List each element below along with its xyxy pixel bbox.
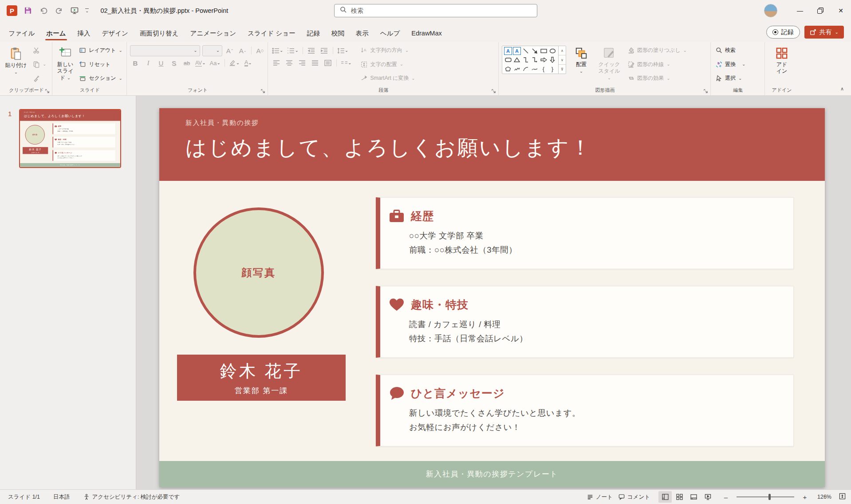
bold-button[interactable]: B <box>130 58 141 69</box>
tab-insert[interactable]: 挿入 <box>72 24 96 42</box>
comments-button[interactable]: コメント <box>619 493 650 501</box>
font-color-button[interactable]: A⌄ <box>243 58 253 69</box>
replace-button[interactable]: bc置換⌄ <box>714 59 747 70</box>
columns-button[interactable]: ⌄ <box>340 58 352 69</box>
language-indicator[interactable]: 日本語 <box>53 493 70 501</box>
shapes-scroll-up[interactable]: ∧ <box>559 46 566 55</box>
cut-button[interactable] <box>31 45 48 56</box>
tab-slideshow[interactable]: スライド ショー <box>242 24 301 42</box>
copy-button[interactable]: ⌄ <box>31 59 48 70</box>
shape-fill-button[interactable]: 図形の塗りつぶし⌄ <box>626 45 689 56</box>
user-avatar[interactable] <box>764 4 777 17</box>
slide-footer[interactable]: 新入社員・異動の挨拶テンプレート <box>159 461 825 487</box>
slideshow-view-button[interactable] <box>701 491 714 503</box>
clipboard-dialog-launcher[interactable] <box>45 87 50 93</box>
clear-formatting-button[interactable]: A◇ <box>255 45 265 56</box>
line-spacing-button[interactable]: ⌄ <box>336 45 349 56</box>
shape-right-brace[interactable]: } <box>548 65 556 73</box>
decrease-font-size-button[interactable]: A⌄ <box>237 45 248 56</box>
new-slide-button[interactable]: 新しいスライド ⌄ <box>55 44 75 85</box>
slide-eyebrow[interactable]: 新入社員・異動の挨拶 <box>185 119 825 127</box>
align-left-button[interactable] <box>271 58 282 69</box>
shape-left-brace[interactable]: { <box>540 65 548 73</box>
close-button[interactable]: ✕ <box>831 0 851 21</box>
collapse-ribbon-button[interactable]: ∧ <box>840 86 844 92</box>
name-box[interactable]: 鈴木 花子 営業部 第一課 <box>177 355 346 401</box>
tab-transitions[interactable]: 画面切り替え <box>134 24 185 42</box>
shape-line[interactable] <box>522 47 530 55</box>
format-painter-button[interactable] <box>31 73 48 84</box>
drawing-dialog-launcher[interactable] <box>703 87 709 93</box>
slide-header[interactable]: 新入社員・異動の挨拶 はじめまして、よろしくお願いします！ <box>159 108 825 181</box>
tab-design[interactable]: デザイン <box>96 24 134 42</box>
underline-button[interactable]: U <box>156 58 166 69</box>
tab-view[interactable]: 表示 <box>350 24 374 42</box>
undo-icon[interactable] <box>39 6 48 16</box>
shape-textbox-vertical[interactable]: A <box>513 47 521 55</box>
slide-header[interactable]: 新入社員・異動の挨拶 はじめまして、よろしくお願いします！ <box>20 110 120 121</box>
slide-thumbnail[interactable]: 新入社員・異動の挨拶 はじめまして、よろしくお願いします！ 顔写真 鈴木 花子 … <box>19 109 121 168</box>
convert-smartart-button[interactable]: SmartArt に変換⌄ <box>359 73 417 84</box>
increase-indent-button[interactable] <box>319 45 330 56</box>
shape-curve[interactable] <box>531 65 539 73</box>
card-message[interactable]: ひと言メッセージ 新しい環境でたくさん学びたいと思います。 お気軽にお声がけくだ… <box>53 150 116 161</box>
slide-eyebrow[interactable]: 新入社員・異動の挨拶 <box>24 112 120 113</box>
minimize-button[interactable]: — <box>790 0 810 21</box>
highlight-color-button[interactable]: ⌄ <box>228 58 240 69</box>
shape-textbox-horizontal[interactable]: A <box>504 47 512 55</box>
shape-right-arrow[interactable] <box>540 56 548 64</box>
card-hobbies[interactable]: 趣味・特技 読書 / カフェ巡り / 料理 特技：手話（日常会話レベル） <box>376 286 794 358</box>
tab-home[interactable]: ホーム <box>40 24 71 42</box>
slide-footer[interactable]: 新入社員・異動の挨拶テンプレート <box>20 163 120 167</box>
align-right-button[interactable] <box>297 58 307 69</box>
shapes-scroll-down[interactable]: ∨ <box>559 55 566 65</box>
layout-button[interactable]: レイアウト⌄ <box>77 45 124 56</box>
zoom-out-button[interactable]: – <box>723 493 729 501</box>
find-button[interactable]: 検索 <box>714 45 747 56</box>
start-slideshow-icon[interactable] <box>70 6 79 16</box>
tab-animations[interactable]: アニメーション <box>185 24 242 42</box>
save-icon[interactable] <box>23 6 33 16</box>
share-button[interactable]: 共有⌄ <box>804 26 844 39</box>
paragraph-dialog-launcher[interactable] <box>491 87 496 93</box>
card-message[interactable]: ひと言メッセージ 新しい環境でたくさん学びたいと思います。 お気軽にお声がけくだ… <box>376 375 794 446</box>
tab-edrawmax[interactable]: EdrawMax <box>406 24 448 42</box>
numbering-button[interactable]: ⌄ <box>286 45 299 56</box>
shape-outline-button[interactable]: 図形の枠線⌄ <box>626 59 689 70</box>
select-button[interactable]: 選択⌄ <box>714 73 747 84</box>
text-shadow-button[interactable]: S <box>169 58 179 69</box>
zoom-slider-handle[interactable] <box>768 494 771 500</box>
shapes-more-button[interactable]: ⊽ <box>559 65 566 74</box>
addins-button[interactable]: アドイン <box>769 44 795 85</box>
zoom-in-button[interactable]: + <box>802 493 808 501</box>
shape-triangle[interactable] <box>513 56 521 64</box>
paste-button[interactable]: 貼り付け⌄ <box>3 44 29 85</box>
restore-button[interactable] <box>810 0 831 21</box>
shape-rectangle[interactable] <box>540 47 548 55</box>
fit-to-window-button[interactable] <box>839 493 846 501</box>
section-button[interactable]: セクション⌄ <box>77 73 124 84</box>
decrease-indent-button[interactable] <box>306 45 317 56</box>
shape-arrow-line[interactable] <box>531 47 539 55</box>
search-input[interactable] <box>351 7 532 14</box>
shape-arc[interactable] <box>522 65 530 73</box>
font-dialog-launcher[interactable] <box>260 87 266 93</box>
quick-styles-button[interactable]: クイックスタイル ⌄ <box>596 44 622 85</box>
photo-placeholder[interactable]: 顔写真 <box>25 125 45 145</box>
zoom-slider[interactable] <box>737 496 794 497</box>
shape-oval[interactable] <box>548 47 556 55</box>
shape-freeform[interactable] <box>504 65 512 73</box>
tab-record[interactable]: 記録 <box>301 24 326 42</box>
shape-rounded-rectangle[interactable] <box>504 56 512 64</box>
distribute-button[interactable] <box>323 58 333 69</box>
card-hobbies[interactable]: 趣味・特技 読書 / カフェ巡り / 料理 特技：手話（日常会話レベル） <box>53 137 116 147</box>
tab-help[interactable]: ヘルプ <box>374 24 406 42</box>
powerpoint-logo-icon[interactable]: P <box>7 5 17 16</box>
align-center-button[interactable] <box>284 58 295 69</box>
search-box[interactable] <box>334 4 537 17</box>
arrange-button[interactable]: 配置⌄ <box>568 44 594 85</box>
slide-sorter-view-button[interactable] <box>673 491 686 503</box>
customize-quick-access-icon[interactable]: ⌄ <box>85 8 89 13</box>
text-direction-button[interactable]: A文字列の方向⌄ <box>359 45 417 56</box>
increase-font-size-button[interactable]: A⌃ <box>225 45 235 56</box>
